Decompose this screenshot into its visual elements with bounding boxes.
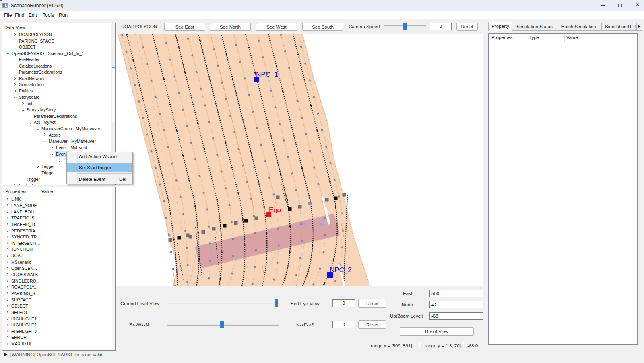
svg-text:NPC_1: NPC_1 (256, 71, 278, 78)
svg-text:Ego: Ego (269, 206, 281, 214)
svg-text:NPC_2: NPC_2 (330, 266, 352, 274)
